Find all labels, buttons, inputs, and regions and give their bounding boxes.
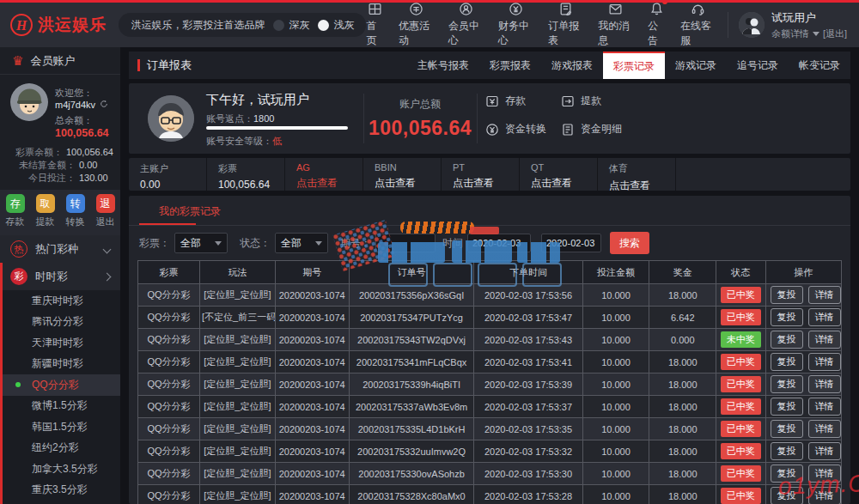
quick-action-button[interactable]: 转 转换 xyxy=(66,194,85,228)
withdraw-link[interactable]: 提款 xyxy=(561,94,655,108)
nav-home[interactable]: 首页 xyxy=(366,2,384,48)
cell-prize: 18.000 xyxy=(649,396,716,418)
issue-input[interactable] xyxy=(375,234,436,252)
sidebar-lottery-item[interactable]: 澳洲5分彩 xyxy=(3,501,120,504)
cell-prize: 18.000 xyxy=(649,440,716,463)
home-icon xyxy=(368,2,382,16)
quick-action-icon: 退 xyxy=(96,194,115,213)
sidebar-lottery-item[interactable]: 韩国1.5分彩 xyxy=(3,416,120,438)
sidebar-lottery-item[interactable]: QQ分分彩 xyxy=(3,374,120,396)
nav-order-reports[interactable]: 订单报表 xyxy=(548,2,583,48)
rebet-button[interactable]: 复投 xyxy=(771,286,803,304)
sidebar-lottery-item[interactable]: 重庆3.5分彩 xyxy=(3,480,120,501)
balance-cell[interactable]: PT 点击查看 xyxy=(442,158,520,191)
nav-promotions[interactable]: 优惠活动 xyxy=(399,2,434,48)
nav-customer-service[interactable]: 在线客服 xyxy=(680,2,716,48)
report-tab[interactable]: 追号记录 xyxy=(727,52,789,79)
rebet-button[interactable]: 复投 xyxy=(771,331,803,349)
status-select[interactable]: 全部 xyxy=(275,233,328,253)
balance-cell[interactable]: QT 点击查看 xyxy=(520,158,598,191)
sidebar-lottery-item[interactable]: 腾讯分分彩 xyxy=(3,312,120,333)
cell-play: [定位胆_定位胆] xyxy=(200,440,276,463)
balance-cell[interactable]: 体育 点击查看 xyxy=(598,158,676,191)
detail-button[interactable]: 详情 xyxy=(808,487,841,504)
balance-detail-link[interactable]: 余额详情 xyxy=(771,27,809,40)
refresh-icon[interactable] xyxy=(97,100,108,110)
detail-button[interactable]: 详情 xyxy=(808,353,841,371)
search-button[interactable]: 搜索 xyxy=(610,232,649,254)
deposit-icon xyxy=(485,94,499,108)
service-icon xyxy=(691,2,705,16)
records-panel: 我的彩票记录 彩票： 全部 状态： 全部 期号： 时间 搜索 xyxy=(129,196,850,504)
account-total-label: 账户总额 xyxy=(363,97,477,112)
rebet-button[interactable]: 复投 xyxy=(771,465,803,483)
rebet-button[interactable]: 复投 xyxy=(771,353,803,371)
balance-cell[interactable]: AG 点击查看 xyxy=(285,158,363,191)
theme-light-toggle[interactable]: 浅灰 xyxy=(318,18,354,33)
brand-logo[interactable]: H 洪运娱乐 xyxy=(0,14,108,36)
nav-finance-center[interactable]: 财务中心 xyxy=(498,2,533,48)
menu-ssc-header[interactable]: 彩 时时彩 xyxy=(3,263,120,290)
sidebar-lottery-item[interactable]: 微博1.5分彩 xyxy=(3,396,120,417)
cell-amount: 10.000 xyxy=(582,373,649,396)
report-tab[interactable]: 游戏记录 xyxy=(665,52,727,79)
cell-time: 2020-02-03 17:53:47 xyxy=(474,307,582,329)
balance-cell[interactable]: BBIN 点击查看 xyxy=(363,158,442,191)
quick-action-button[interactable]: 退 退出 xyxy=(96,194,115,228)
user-menu[interactable]: 试玩用户 余额详情 [退出] xyxy=(739,10,859,40)
column-header: 操作 xyxy=(765,261,842,284)
status-badge: 已中奖 xyxy=(721,398,761,415)
report-tab[interactable]: 帐变记录 xyxy=(789,52,850,79)
statement-link[interactable]: 资金明细 xyxy=(561,122,655,137)
detail-button[interactable]: 详情 xyxy=(808,465,841,483)
detail-button[interactable]: 详情 xyxy=(808,398,841,416)
balance-cell[interactable]: 主账户 0.00 xyxy=(129,158,207,191)
member-account-header: ♛ 会员账户 xyxy=(0,47,120,75)
detail-button[interactable]: 详情 xyxy=(808,420,841,438)
cell-lottery: QQ分分彩 xyxy=(138,307,200,329)
tab-my-lottery-records[interactable]: 我的彩票记录 xyxy=(159,204,221,219)
nav-messages[interactable]: 我的消息 xyxy=(598,2,633,48)
menu-hot-lotteries[interactable]: 热 热门彩种 xyxy=(0,235,120,263)
sidebar-lottery-item[interactable]: 加拿大3.5分彩 xyxy=(3,458,120,480)
report-tab[interactable]: 游戏报表 xyxy=(541,52,603,79)
detail-button[interactable]: 详情 xyxy=(808,375,841,393)
logout-link[interactable]: [退出] xyxy=(823,27,847,40)
status-badge: 已中奖 xyxy=(721,287,761,303)
status-badge: 已中奖 xyxy=(721,465,761,482)
cell-order: 200203175356pX36sGqI xyxy=(349,284,474,307)
column-header: 下单时间 xyxy=(474,261,582,284)
report-tab[interactable]: 彩票报表 xyxy=(479,52,541,79)
transfer-link[interactable]: 资金转换 xyxy=(485,122,561,137)
quick-action-button[interactable]: 存 存款 xyxy=(6,194,25,228)
column-header: 投注金额 xyxy=(582,261,649,284)
theme-dark-toggle[interactable]: 深灰 xyxy=(273,18,309,33)
detail-button[interactable]: 详情 xyxy=(808,331,841,349)
detail-button[interactable]: 详情 xyxy=(808,442,841,460)
quick-action-button[interactable]: 取 提款 xyxy=(36,194,55,228)
rebet-button[interactable]: 复投 xyxy=(771,398,803,416)
sidebar-lottery-item[interactable]: 天津时时彩 xyxy=(3,332,120,354)
nav-announcements[interactable]: 公告 xyxy=(648,2,666,48)
report-tab[interactable]: 主帐号报表 xyxy=(407,52,479,79)
cell-order: 200203175337aWb3Ev8m xyxy=(349,396,474,418)
cell-play: [定位胆_定位胆] xyxy=(200,351,276,373)
deposit-link[interactable]: 存款 xyxy=(485,94,561,108)
rebet-button[interactable]: 复投 xyxy=(771,487,803,504)
report-tab[interactable]: 彩票记录 xyxy=(603,52,665,79)
detail-button[interactable]: 详情 xyxy=(808,286,841,304)
sidebar-lottery-item[interactable]: 重庆时时彩 xyxy=(3,290,120,312)
nav-member-center[interactable]: 会员中心 xyxy=(448,2,484,48)
rebet-button[interactable]: 复投 xyxy=(771,375,803,393)
date-to-input[interactable] xyxy=(541,234,601,252)
rebet-button[interactable]: 复投 xyxy=(771,420,803,438)
rebet-button[interactable]: 复投 xyxy=(771,442,803,460)
cell-order: 200203175347PUTzYcg xyxy=(349,307,474,329)
rebet-button[interactable]: 复投 xyxy=(771,308,803,326)
sidebar-lottery-item[interactable]: 纽约2分彩 xyxy=(3,438,120,459)
date-from-input[interactable] xyxy=(467,234,531,252)
balance-cell[interactable]: 彩票 100,056.64 xyxy=(207,158,285,191)
sidebar-lottery-item[interactable]: 新疆时时彩 xyxy=(3,354,120,375)
detail-button[interactable]: 详情 xyxy=(808,308,841,326)
lottery-select[interactable]: 全部 xyxy=(174,233,228,253)
